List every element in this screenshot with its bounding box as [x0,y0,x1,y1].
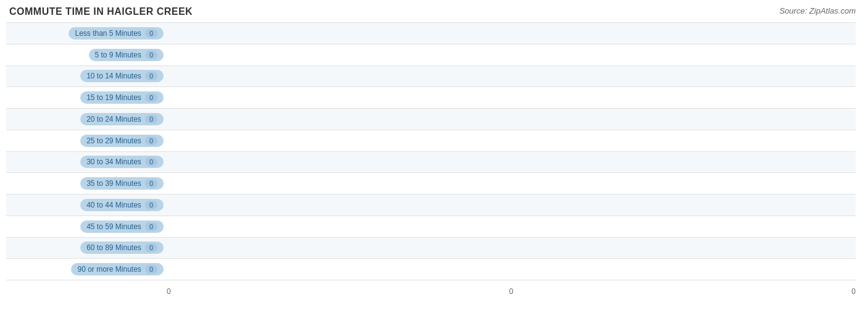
bar-row: 20 to 24 Minutes0 [6,109,856,130]
bar-label-wrap: 60 to 89 Minutes0 [6,241,167,254]
bar-label-pill: 5 to 9 Minutes0 [89,49,164,61]
bar-value-badge: 0 [145,29,157,38]
bar-track [167,46,856,64]
bar-label-text: 60 to 89 Minutes [86,243,141,252]
bar-label-pill: 45 to 59 Minutes0 [80,220,164,233]
bar-label-text: 5 to 9 Minutes [95,51,141,59]
bar-label-pill: 60 to 89 Minutes0 [80,241,164,254]
bar-value-badge: 0 [145,72,157,80]
bar-label-text: 20 to 24 Minutes [86,115,141,124]
bar-label-pill: Less than 5 Minutes0 [69,27,164,40]
source-label: Source: ZipAtlas.com [779,6,856,15]
bar-row: 15 to 19 Minutes0 [6,87,856,109]
bar-track [167,196,856,214]
bar-track [167,153,856,172]
bar-label-text: 45 to 59 Minutes [86,222,141,231]
bar-value-badge: 0 [145,93,157,102]
bar-track [167,88,856,107]
bar-label-text: 30 to 34 Minutes [86,157,141,166]
bar-value-badge: 0 [145,157,157,166]
bar-label-wrap: 90 or more Minutes0 [6,263,167,275]
bar-row: 35 to 39 Minutes0 [6,173,856,195]
bar-label-wrap: 15 to 19 Minutes0 [6,91,167,104]
bar-label-pill: 35 to 39 Minutes0 [80,177,164,190]
bar-value-badge: 0 [145,136,157,145]
bar-label-pill: 40 to 44 Minutes0 [80,199,164,211]
bar-label-text: 25 to 29 Minutes [86,136,141,145]
bar-value-badge: 0 [145,115,157,124]
x-axis-labels: 0 0 0 [167,287,856,296]
chart-container: COMMUTE TIME IN HAIGLER CREEK Source: Zi… [0,0,868,323]
bar-label-pill: 10 to 14 Minutes0 [80,70,164,82]
bar-label-text: 35 to 39 Minutes [86,179,141,188]
bar-value-badge: 0 [145,243,157,252]
bar-track [167,174,856,193]
bar-value-badge: 0 [145,201,157,209]
bar-row: 90 or more Minutes0 [6,259,856,280]
bar-track [167,239,856,258]
bar-track [167,67,856,86]
bar-track [167,110,856,128]
bar-label-pill: 25 to 29 Minutes0 [80,135,164,147]
bar-row: 10 to 14 Minutes0 [6,66,856,88]
bar-row: 30 to 34 Minutes0 [6,152,856,174]
bars-area: Less than 5 Minutes05 to 9 Minutes010 to… [6,22,856,280]
bar-track [167,24,856,43]
bar-label-wrap: 25 to 29 Minutes0 [6,135,167,147]
bar-value-badge: 0 [145,51,157,59]
bar-label-text: 10 to 14 Minutes [86,72,141,80]
bar-row: Less than 5 Minutes0 [6,22,856,44]
bar-track [167,260,856,279]
bar-label-wrap: 45 to 59 Minutes0 [6,220,167,233]
bar-label-pill: 30 to 34 Minutes0 [80,156,164,168]
bar-row: 40 to 44 Minutes0 [6,195,856,216]
bar-label-wrap: Less than 5 Minutes0 [6,27,167,40]
bar-row: 25 to 29 Minutes0 [6,130,856,152]
bar-label-wrap: 20 to 24 Minutes0 [6,113,167,125]
bar-label-pill: 20 to 24 Minutes0 [80,113,164,125]
bar-label-text: 90 or more Minutes [77,265,141,274]
x-label-2: 0 [851,287,856,296]
chart-area: Less than 5 Minutes05 to 9 Minutes010 to… [6,22,856,296]
bar-label-wrap: 35 to 39 Minutes0 [6,177,167,190]
bar-row: 60 to 89 Minutes0 [6,238,856,259]
bar-label-wrap: 5 to 9 Minutes0 [6,49,167,61]
bar-track [167,132,856,150]
bar-label-wrap: 10 to 14 Minutes0 [6,70,167,82]
bar-value-badge: 0 [145,222,157,231]
x-label-1: 0 [509,287,514,296]
bar-label-text: 15 to 19 Minutes [86,93,141,102]
bar-label-wrap: 40 to 44 Minutes0 [6,199,167,211]
bar-row: 45 to 59 Minutes0 [6,216,856,238]
x-label-0: 0 [167,287,171,296]
bar-value-badge: 0 [145,179,157,188]
bar-row: 5 to 9 Minutes0 [6,44,856,66]
chart-title: COMMUTE TIME IN HAIGLER CREEK [6,6,856,17]
bar-label-pill: 15 to 19 Minutes0 [80,91,164,104]
bar-label-pill: 90 or more Minutes0 [71,263,164,275]
bar-label-text: 40 to 44 Minutes [86,201,141,209]
bar-value-badge: 0 [145,265,157,274]
bar-label-wrap: 30 to 34 Minutes0 [6,156,167,168]
bar-track [167,217,856,236]
bar-label-text: Less than 5 Minutes [75,29,141,38]
